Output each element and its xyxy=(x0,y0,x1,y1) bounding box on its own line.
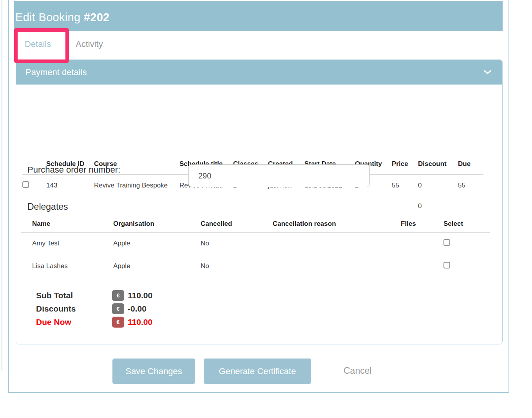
booking-number: #202 xyxy=(84,11,110,23)
subtotal-row: Sub Total € 110.00 xyxy=(36,289,152,302)
course-cell: Revive Training Bespoke xyxy=(94,174,179,196)
discounts-row: Discounts € -0.00 xyxy=(36,302,152,315)
delegate-files-cell xyxy=(401,232,443,255)
delegate-cancelled-cell: No xyxy=(201,232,273,255)
schedule-col-header: Price xyxy=(392,155,418,174)
delegates-col-header: Files xyxy=(401,216,443,232)
delegate-org-cell: Apple xyxy=(113,232,201,255)
purchase-order-label: Purchase order number: xyxy=(27,165,120,175)
modal-header: Edit Booking #202 xyxy=(14,1,503,31)
schedule-col-header: Discount xyxy=(418,155,458,174)
delegate-row: Amy Test Apple No xyxy=(21,232,490,255)
schedule-discount-total-row: 0 xyxy=(22,196,483,216)
payment-details-title: Payment details xyxy=(25,67,87,77)
delegates-col-header: Name xyxy=(21,216,113,232)
discounts-value: -0.00 xyxy=(128,304,147,314)
euro-badge-icon: € xyxy=(112,317,124,328)
delegates-col-header: Organisation xyxy=(113,216,201,232)
delegate-reason-cell xyxy=(273,255,401,277)
payment-details-header[interactable]: Payment details xyxy=(16,60,502,85)
discounts-label: Discounts xyxy=(36,304,112,314)
cancel-button[interactable]: Cancel xyxy=(344,366,372,376)
purchase-order-input[interactable] xyxy=(188,164,370,187)
tab-details-label: Details xyxy=(25,39,51,49)
save-changes-button[interactable]: Save Changes xyxy=(112,359,195,384)
delegate-org-cell: Apple xyxy=(113,255,201,277)
delegates-col-header: Cancelled xyxy=(201,216,273,232)
delegates-heading: Delegates xyxy=(27,202,68,212)
euro-badge-icon: € xyxy=(112,303,124,314)
delegates-col-header: Cancellation reason xyxy=(273,216,401,232)
euro-badge-icon: € xyxy=(112,290,124,301)
price-cell: 55 xyxy=(392,174,418,196)
tab-details[interactable]: Details xyxy=(25,31,51,57)
tab-activity-label: Activity xyxy=(76,39,103,49)
totals-block: Sub Total € 110.00 Discounts € -0.00 Due… xyxy=(36,289,152,329)
page-edge-line xyxy=(2,0,2,370)
delegates-col-header: Select xyxy=(443,216,490,232)
delegate-row: Lisa Lashes Apple No xyxy=(21,255,490,277)
discount-cell: 0 xyxy=(418,174,458,196)
delegates-header-row: Name Organisation Cancelled Cancellation… xyxy=(21,216,490,232)
payment-details-panel: Payment details Schedule ID Course xyxy=(16,59,503,344)
due-now-row: Due Now € 110.00 xyxy=(36,315,152,329)
schedule-row-checkbox[interactable] xyxy=(22,181,29,188)
chevron-down-icon[interactable] xyxy=(484,69,491,76)
due-cell: 55 xyxy=(458,174,483,196)
screen: Edit Booking #202 Details Activity Payme… xyxy=(0,0,532,418)
delegate-reason-cell xyxy=(273,232,401,255)
due-now-value: 110.00 xyxy=(128,317,152,327)
page-title-prefix: Edit Booking xyxy=(15,11,84,23)
delegates-table: Name Organisation Cancelled Cancellation… xyxy=(21,216,490,277)
delegate-cancelled-cell: No xyxy=(201,255,273,277)
subtotal-value: 110.00 xyxy=(128,291,152,300)
delegate-name-cell: Amy Test xyxy=(21,232,113,255)
tab-activity[interactable]: Activity xyxy=(76,31,103,57)
schedule-col-header: Due xyxy=(458,155,483,174)
due-now-label: Due Now xyxy=(36,317,112,327)
delegate-select-checkbox[interactable] xyxy=(443,239,450,246)
edit-booking-modal: Edit Booking #202 Details Activity Payme… xyxy=(8,0,509,393)
discount-total-cell: 0 xyxy=(418,196,458,216)
schedule-id-cell: 143 xyxy=(46,174,94,196)
delegate-select-checkbox[interactable] xyxy=(443,262,450,268)
delegate-files-cell xyxy=(401,255,443,277)
page-title: Edit Booking #202 xyxy=(15,11,110,24)
subtotal-label: Sub Total xyxy=(36,291,112,300)
delegate-name-cell: Lisa Lashes xyxy=(21,255,113,277)
generate-certificate-button[interactable]: Generate Certificate xyxy=(204,359,311,384)
tab-bar: Details Activity xyxy=(14,31,503,57)
